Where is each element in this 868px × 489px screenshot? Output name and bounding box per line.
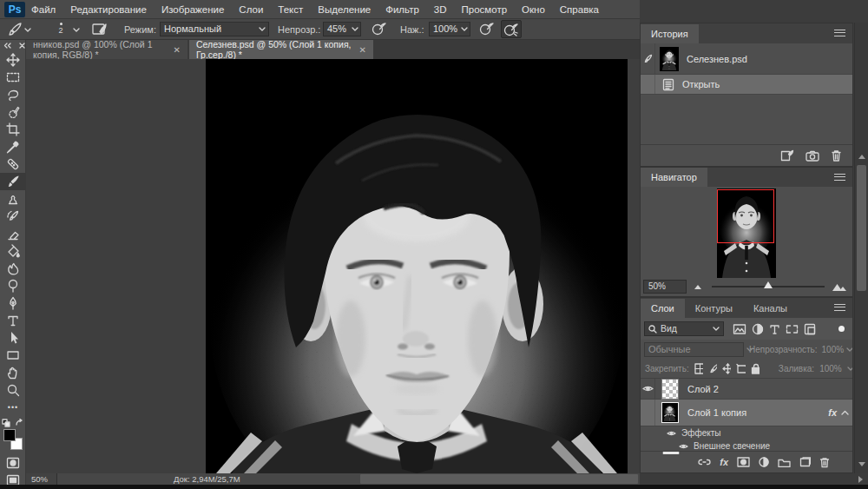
- history-source-cell[interactable]: [641, 43, 655, 74]
- layer-row-2[interactable]: Слой 2: [641, 379, 852, 400]
- dodge-tool[interactable]: [0, 277, 26, 294]
- move-tool[interactable]: [0, 51, 26, 69]
- path-selection-tool[interactable]: [0, 329, 26, 347]
- history-item-open[interactable]: Открыть: [641, 75, 852, 95]
- layer1copy-name[interactable]: Слой 1 копия: [687, 407, 746, 418]
- horizontal-scrollbar-thumb[interactable]: [360, 474, 638, 484]
- navigator-view-box[interactable]: [717, 189, 774, 243]
- foreground-color-swatch[interactable]: [3, 429, 16, 441]
- collapse-tools-icon[interactable]: [3, 43, 11, 49]
- lock-artboard-icon[interactable]: [736, 363, 746, 374]
- pressure-opacity-icon[interactable]: [372, 22, 387, 36]
- history-item-snapshot[interactable]: Селезнев.psd: [641, 43, 852, 75]
- adjustment-layer-icon[interactable]: [759, 457, 769, 467]
- eyedropper-tool[interactable]: [0, 138, 26, 155]
- quick-mask-button[interactable]: [0, 454, 26, 472]
- layer2-thumbnail[interactable]: [661, 379, 679, 400]
- new-document-from-state-icon[interactable]: [780, 149, 794, 162]
- dock-scrollbar[interactable]: [854, 23, 868, 473]
- menu-window[interactable]: Окно: [522, 4, 545, 15]
- outer-glow-eye-icon[interactable]: [679, 443, 688, 450]
- link-layers-icon[interactable]: [698, 458, 711, 466]
- menu-edit[interactable]: Редактирование: [70, 4, 147, 15]
- crop-tool[interactable]: [0, 121, 26, 138]
- default-colors-icon[interactable]: [2, 419, 10, 427]
- zoom-tool[interactable]: [0, 381, 26, 399]
- tab-layers[interactable]: Слои: [641, 299, 685, 318]
- swap-colors-icon[interactable]: [15, 419, 23, 427]
- collapse-effects-icon[interactable]: [841, 410, 849, 415]
- layers-menu-icon[interactable]: [834, 304, 845, 311]
- spot-healing-brush-tool[interactable]: [0, 155, 26, 173]
- document-tab-2[interactable]: Селезнев.psd @ 50% (Слой 1 копия, Гр.сер…: [189, 40, 373, 59]
- blend-mode-dropdown[interactable]: Обычные: [644, 342, 744, 357]
- lock-transparency-icon[interactable]: [694, 363, 703, 374]
- quick-selection-tool[interactable]: [0, 103, 26, 121]
- menu-file[interactable]: Файл: [31, 4, 56, 15]
- dock-scroll-up-icon[interactable]: [858, 155, 865, 159]
- filter-pixel-layers-icon[interactable]: [733, 323, 746, 335]
- fx-badge[interactable]: fx: [828, 407, 837, 418]
- close-tab-1-icon[interactable]: ✕: [174, 45, 181, 55]
- layer2-name[interactable]: Слой 2: [687, 384, 719, 394]
- menu-help[interactable]: Справка: [560, 4, 599, 15]
- fill-value[interactable]: 100%: [819, 364, 842, 373]
- mode-chevron-icon[interactable]: [259, 27, 266, 31]
- tab-paths[interactable]: Контуры: [685, 299, 743, 318]
- navigator-menu-icon[interactable]: [834, 174, 845, 181]
- color-swatches[interactable]: [3, 429, 23, 450]
- brush-size-chevron-icon[interactable]: [73, 28, 80, 32]
- filter-type-layers-icon[interactable]: [769, 323, 780, 335]
- brush-size-preview[interactable]: 2: [52, 21, 69, 35]
- canvas-area[interactable]: [26, 59, 640, 473]
- delete-layer-trash-icon[interactable]: [819, 457, 830, 468]
- layer-filter-dropdown[interactable]: Вид: [644, 321, 724, 336]
- mode-dropdown[interactable]: Нормальный: [160, 22, 269, 36]
- eraser-tool[interactable]: [0, 225, 26, 242]
- navigator-zoom-field[interactable]: 50%: [643, 280, 687, 294]
- toggle-brush-panel-icon[interactable]: [92, 23, 108, 36]
- dock-scroll-right-icon[interactable]: [858, 476, 863, 483]
- new-layer-icon[interactable]: [799, 457, 811, 467]
- flow-chevron-icon[interactable]: [461, 27, 468, 31]
- airbrush-toggle[interactable]: [501, 20, 522, 38]
- document-canvas[interactable]: [206, 59, 628, 473]
- menu-image[interactable]: Изображение: [161, 4, 224, 15]
- close-tab-2-icon[interactable]: ✕: [359, 45, 366, 55]
- navigator-zoom-slider[interactable]: [712, 286, 825, 287]
- opacity-chevron-icon[interactable]: [352, 27, 358, 31]
- layer-style-fx-icon[interactable]: fx: [720, 457, 728, 467]
- new-snapshot-camera-icon[interactable]: [806, 150, 819, 162]
- hand-tool[interactable]: [0, 364, 26, 381]
- menu-layers[interactable]: Слои: [239, 4, 263, 15]
- navigator-thumbnail[interactable]: [717, 188, 776, 278]
- layer2-visibility[interactable]: [641, 379, 655, 399]
- history-menu-icon[interactable]: [834, 30, 845, 36]
- menu-view[interactable]: Просмотр: [462, 4, 508, 15]
- menu-select[interactable]: Выделение: [318, 4, 371, 15]
- menu-type[interactable]: Текст: [278, 4, 303, 15]
- layer1copy-visibility[interactable]: [641, 400, 655, 426]
- lasso-tool[interactable]: [0, 86, 26, 103]
- status-zoom-field[interactable]: 50%: [26, 473, 57, 485]
- menu-filter[interactable]: Фильтр: [385, 4, 419, 15]
- type-tool[interactable]: [0, 312, 26, 329]
- brush-preset-icon[interactable]: [8, 23, 23, 36]
- brush-tool[interactable]: [0, 173, 26, 190]
- filter-adjustment-layers-icon[interactable]: [752, 323, 764, 335]
- zoom-out-thumbnail-icon[interactable]: [694, 283, 705, 290]
- zoom-in-thumbnail-icon[interactable]: [832, 282, 847, 292]
- filter-smart-objects-icon[interactable]: [804, 323, 816, 335]
- layer1copy-thumbnail[interactable]: [661, 402, 679, 423]
- history-source-cell-empty[interactable]: [641, 75, 655, 94]
- filter-shape-layers-icon[interactable]: [786, 323, 799, 335]
- clone-stamp-tool[interactable]: [0, 190, 26, 208]
- rectangle-tool[interactable]: [0, 347, 26, 364]
- close-tools-icon[interactable]: [19, 43, 25, 49]
- brush-preset-chevron-icon[interactable]: [24, 28, 31, 32]
- rectangular-marquee-tool[interactable]: [0, 69, 26, 86]
- menu-3d[interactable]: 3D: [434, 4, 447, 15]
- dock-scrollbar-thumb[interactable]: [857, 165, 866, 291]
- tab-history[interactable]: История: [641, 24, 699, 43]
- layer-opacity-value[interactable]: 100%: [822, 345, 845, 354]
